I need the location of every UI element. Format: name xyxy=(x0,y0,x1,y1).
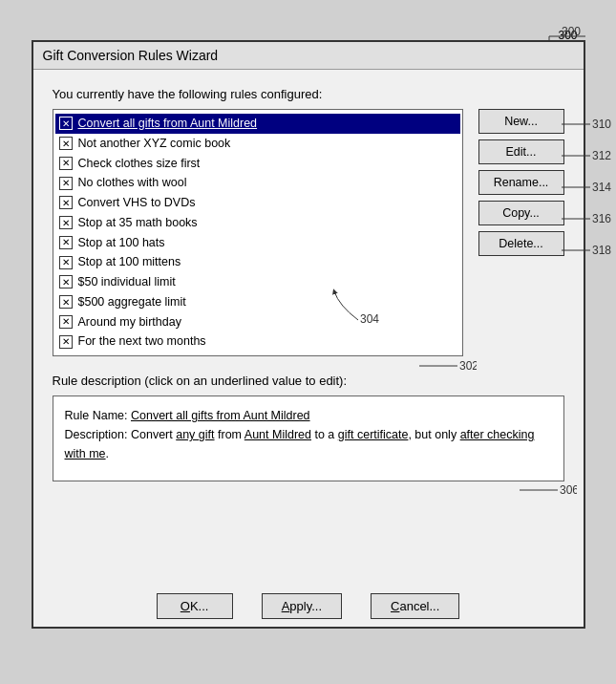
checkbox-icon: ✕ xyxy=(59,315,73,329)
bottom-buttons: OK... Apply... Cancel... xyxy=(33,586,584,627)
rule-item[interactable]: ✕$50 individual limit xyxy=(55,272,460,292)
description-section: Rule description (click on an underlined… xyxy=(53,374,564,481)
checkbox-icon: ✕ xyxy=(59,157,73,170)
rule-text: $500 aggregate limit xyxy=(78,293,186,311)
rule-text: Check clothes size first xyxy=(78,155,201,173)
rule-item[interactable]: ✕Check clothes size first xyxy=(55,154,460,174)
rule-text: Around my birthday xyxy=(78,313,181,331)
rule-item[interactable]: ✕$500 aggregate limit xyxy=(55,292,460,312)
checkbox-icon: ✕ xyxy=(59,177,73,190)
rule-text: For the next two months xyxy=(78,332,206,351)
svg-text:312: 312 xyxy=(592,149,611,162)
rule-item[interactable]: ✕Stop at 35 math books xyxy=(55,213,460,233)
rule-text: Convert all gifts from Aunt Mildred xyxy=(78,115,258,133)
description-box: Rule Name: Convert all gifts from Aunt M… xyxy=(53,395,564,481)
delete-button[interactable]: Delete... xyxy=(478,231,564,256)
rename-button[interactable]: Rename... xyxy=(478,170,564,195)
rule-item[interactable]: ✕Convert all gifts from Aunt Mildred xyxy=(55,114,460,134)
rule-text: No clothes with wool xyxy=(78,174,187,192)
svg-text:310: 310 xyxy=(592,118,611,131)
copy-button[interactable]: Copy... xyxy=(478,201,564,225)
rule-item[interactable]: ✕Stop at 100 hats xyxy=(55,233,460,253)
buttons-area: New... Edit... Rename... Copy... Delete.… xyxy=(478,109,564,356)
checkbox-icon: ✕ xyxy=(59,236,73,249)
desc-end: . xyxy=(106,447,109,460)
title-bar: Gift Conversion Rules Wizard xyxy=(33,42,584,70)
ok-button[interactable]: OK... xyxy=(157,593,233,619)
rule-text: Stop at 35 math books xyxy=(78,214,198,232)
rule-item[interactable]: ✕Convert VHS to DVDs xyxy=(55,193,460,213)
svg-text:316: 316 xyxy=(592,212,611,225)
rule-text: Stop at 100 mittens xyxy=(78,253,181,271)
checkbox-icon: ✕ xyxy=(59,295,73,309)
checkbox-icon: ✕ xyxy=(59,196,73,209)
checkbox-icon: ✕ xyxy=(59,137,73,150)
checkbox-icon: ✕ xyxy=(59,216,73,229)
svg-text:302: 302 xyxy=(459,359,477,373)
svg-text:306: 306 xyxy=(560,483,577,497)
desc-any-link[interactable]: any gift xyxy=(176,428,214,441)
apply-button[interactable]: Apply... xyxy=(262,593,342,619)
rule-name-link[interactable]: Convert all gifts from Aunt Mildred xyxy=(131,409,310,422)
rules-section-label: You currently have the following rules c… xyxy=(53,87,564,101)
cancel-button[interactable]: Cancel... xyxy=(371,593,459,619)
rule-name-prefix: Rule Name: xyxy=(65,409,131,422)
checkbox-icon: ✕ xyxy=(59,335,73,349)
rules-list[interactable]: ✕Convert all gifts from Aunt Mildred✕Not… xyxy=(53,109,463,356)
new-button[interactable]: New... xyxy=(478,109,564,134)
checkbox-icon: ✕ xyxy=(59,117,73,130)
window-title: Gift Conversion Rules Wizard xyxy=(43,48,219,63)
rule-item[interactable]: ✕Not another XYZ comic book xyxy=(55,134,460,154)
rule-text: $50 individual limit xyxy=(78,273,176,291)
rule-item[interactable]: ✕Stop at 100 mittens xyxy=(55,252,460,272)
rule-item[interactable]: ✕For the next two months xyxy=(55,331,460,352)
desc-to: to a xyxy=(311,428,338,441)
edit-button[interactable]: Edit... xyxy=(478,139,564,164)
svg-text:314: 314 xyxy=(592,181,611,194)
desc-prefix: Description: Convert xyxy=(65,428,177,441)
rules-list-container: ✕Convert all gifts from Aunt Mildred✕Not… xyxy=(53,109,463,356)
rule-text: Convert VHS to DVDs xyxy=(78,194,196,212)
main-window: Gift Conversion Rules Wizard You current… xyxy=(32,40,585,629)
description-section-label: Rule description (click on an underlined… xyxy=(53,374,564,388)
desc-gift-cert-link[interactable]: gift certificate xyxy=(338,428,409,441)
desc-aunt-link[interactable]: Aunt Mildred xyxy=(244,428,311,441)
rule-text: Not another XYZ comic book xyxy=(78,135,231,153)
rule-item[interactable]: ✕No clothes with wool xyxy=(55,173,460,193)
checkbox-icon: ✕ xyxy=(59,256,73,269)
checkbox-icon: ✕ xyxy=(59,275,73,289)
desc-suffix: , but only xyxy=(408,428,459,441)
rule-item[interactable]: ✕Around my birthday xyxy=(55,312,460,332)
desc-from: from xyxy=(215,428,244,441)
description-text: Rule Name: Convert all gifts from Aunt M… xyxy=(65,406,552,463)
svg-text:318: 318 xyxy=(592,244,611,257)
rule-text: Stop at 100 hats xyxy=(78,234,165,252)
